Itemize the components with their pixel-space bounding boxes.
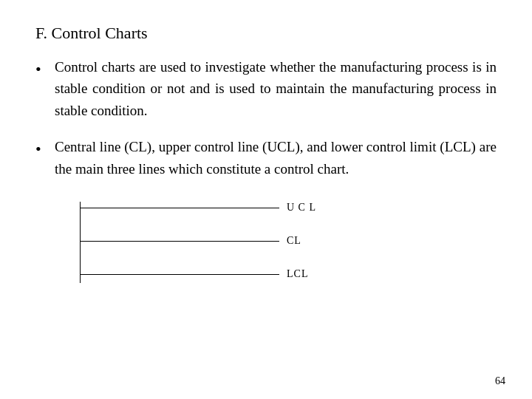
ucl-label: U C L [287,202,316,214]
control-chart-diagram: U C L CL LCL [80,194,361,283]
cl-label: CL [287,235,301,247]
bullet-text-1: Control charts are used to investigate w… [55,56,497,121]
lcl-line: LCL [80,268,361,280]
lcl-label: LCL [287,268,308,280]
list-item: • Control charts are used to investigate… [35,56,497,121]
ucl-line: U C L [80,202,361,214]
page-number: 64 [495,375,505,387]
bullet-list: • Control charts are used to investigate… [35,56,497,180]
bullet-text-2: Central line (CL), upper control line (U… [55,136,497,180]
section-title: F. Control Charts [35,24,497,43]
page-container: F. Control Charts • Control charts are u… [0,0,532,399]
cl-segment [80,241,279,242]
lcl-segment [80,274,279,275]
bullet-dot-2: • [35,137,52,162]
bullet-dot-1: • [35,57,52,82]
ucl-segment [80,208,279,208]
cl-line: CL [80,235,361,247]
list-item: • Central line (CL), upper control line … [35,136,497,180]
